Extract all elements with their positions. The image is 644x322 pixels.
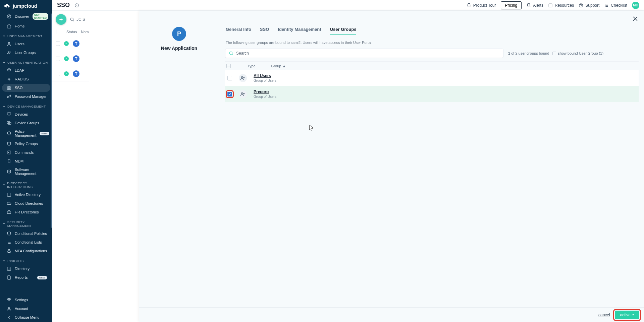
group-search-input[interactable]: Search (225, 49, 503, 58)
cancel-link[interactable]: cancel (598, 313, 610, 317)
chevron-down-icon (3, 222, 5, 225)
row-checkbox[interactable] (56, 42, 60, 46)
checkmark-icon (228, 92, 231, 96)
checklist-link[interactable]: Checklist (604, 3, 627, 8)
nav-conditional-policies[interactable]: Conditional Policies (2, 230, 50, 238)
file-icon (7, 275, 11, 280)
shield-icon (7, 131, 11, 136)
group-row-all-users[interactable]: All Users Group of Users (225, 70, 639, 86)
list-row[interactable]: ✓ T (52, 66, 89, 81)
bell-icon (526, 3, 531, 8)
nav-home[interactable]: Home (2, 22, 50, 30)
chevron-down-icon (3, 61, 5, 64)
col-status: Status (66, 30, 77, 34)
info-icon[interactable] (74, 3, 79, 8)
chevron-down-icon (3, 260, 5, 262)
pricing-button[interactable]: Pricing (501, 1, 522, 9)
new-badge: NEW (40, 132, 49, 135)
list-row[interactable]: ✓ T (52, 36, 89, 51)
group-subtitle: Group of Users (254, 95, 276, 99)
nav-settings[interactable]: Settings (2, 296, 50, 304)
svg-point-26 (579, 3, 583, 7)
user-icon (7, 42, 11, 46)
section-security-management[interactable]: SECURITY MANAGEMENT (0, 217, 52, 229)
row-checkbox[interactable] (56, 57, 60, 61)
book-icon (548, 3, 553, 8)
tab-sso[interactable]: SSO (260, 27, 269, 35)
nav-hr-directories[interactable]: HR Directories (2, 208, 50, 216)
shield-group-icon (7, 141, 11, 146)
app-search-field[interactable]: JC S (70, 17, 85, 22)
nav-devices[interactable]: Devices (2, 110, 50, 118)
show-bound-toggle[interactable]: show bound User Group (1) (552, 51, 603, 55)
group-row-precoro[interactable]: Precoro Group of Users (225, 86, 639, 102)
users-icon (240, 91, 246, 97)
nav-mdm[interactable]: MDM (2, 157, 50, 165)
user-avatar[interactable]: MO (632, 2, 639, 9)
show-bound-checkbox[interactable] (552, 52, 556, 55)
section-user-management[interactable]: USER MANAGEMENT (0, 31, 52, 39)
nav-reports[interactable]: ReportsNEW (2, 273, 50, 281)
group-checkbox[interactable] (227, 76, 232, 80)
brand-logo[interactable]: jumpcloud (0, 0, 52, 11)
lock-icon (7, 249, 11, 253)
select-all-checkbox[interactable] (56, 29, 56, 34)
nav-account[interactable]: Account (2, 305, 50, 313)
list-row[interactable]: ✓ T (52, 51, 89, 66)
nav-user-groups[interactable]: User Groups (2, 49, 50, 57)
nav-discover[interactable]: Discover GET STARTED (2, 11, 50, 21)
add-app-button[interactable] (56, 14, 66, 25)
nav-ldap[interactable]: LDAP (2, 66, 50, 74)
svg-rect-7 (7, 86, 9, 87)
group-name-link[interactable]: Precoro (254, 89, 276, 94)
nav-password-manager[interactable]: Password Manager (2, 92, 50, 101)
row-checkbox[interactable] (56, 72, 60, 76)
sidebar: jumpcloud Discover GET STARTED Home USER… (0, 0, 52, 322)
group-checkbox-checked[interactable] (227, 92, 232, 96)
nav-users[interactable]: Users (2, 40, 50, 48)
section-user-authentication[interactable]: USER AUTHENTICATION (0, 57, 52, 66)
app-title: New Application (147, 46, 211, 51)
section-insights[interactable]: INSIGHTS (0, 256, 52, 264)
section-directory-integrations[interactable]: DIRECTORY INTEGRATIONS (0, 178, 52, 190)
search-icon (70, 17, 74, 22)
select-all-groups-checkbox[interactable] (226, 64, 231, 68)
tab-user-groups[interactable]: User Groups (330, 27, 357, 35)
nav-software-management[interactable]: Software Management (2, 166, 50, 177)
alerts-link[interactable]: Alerts (526, 3, 543, 8)
status-active-icon: ✓ (64, 41, 69, 46)
activate-button[interactable]: activate (615, 311, 639, 319)
nav-policy-management[interactable]: Policy ManagementNEW (2, 128, 50, 139)
col-group[interactable]: Group ▲ (271, 64, 286, 68)
product-tour-link[interactable]: Product Tour (467, 3, 496, 8)
nav-device-groups[interactable]: Device Groups (2, 119, 50, 127)
nav-radius[interactable]: RADIUS (2, 75, 50, 83)
svg-point-3 (8, 51, 9, 53)
nav-policy-groups[interactable]: Policy Groups (2, 140, 50, 148)
app-chip: T (73, 55, 79, 62)
nav-mfa-configurations[interactable]: MFA Configurations (2, 247, 50, 255)
nav-directory-insights[interactable]: Directory (2, 265, 50, 273)
terminal-icon (7, 150, 11, 155)
nav-cloud-directories[interactable]: Cloud Directories (2, 199, 50, 207)
resources-link[interactable]: Resources (548, 3, 574, 8)
nav-sso[interactable]: SSO (2, 84, 50, 92)
section-device-management[interactable]: DEVICE MANAGEMENT (0, 101, 52, 110)
tab-general-info[interactable]: General Info (226, 27, 251, 35)
nav-active-directory[interactable]: Active Directory (2, 191, 50, 199)
tab-identity-management[interactable]: Identity Management (278, 27, 321, 35)
collapse-icon (7, 315, 11, 320)
nav-collapse[interactable]: Collapse Menu (2, 313, 50, 321)
group-subtitle: Group of Users (254, 79, 276, 82)
svg-rect-15 (7, 151, 11, 154)
group-name-link[interactable]: All Users (254, 73, 276, 78)
sidebar-scrollbar[interactable] (51, 13, 52, 228)
nav-commands[interactable]: Commands (2, 148, 50, 156)
app-chip: T (73, 40, 79, 47)
close-icon (632, 15, 639, 22)
close-button[interactable] (632, 15, 639, 22)
grid-icon (7, 85, 11, 90)
bound-count: 1 of 2 user groups bound show bound User… (508, 51, 603, 55)
support-link[interactable]: Support (579, 3, 599, 8)
nav-conditional-lists[interactable]: Conditional Lists (2, 238, 50, 246)
